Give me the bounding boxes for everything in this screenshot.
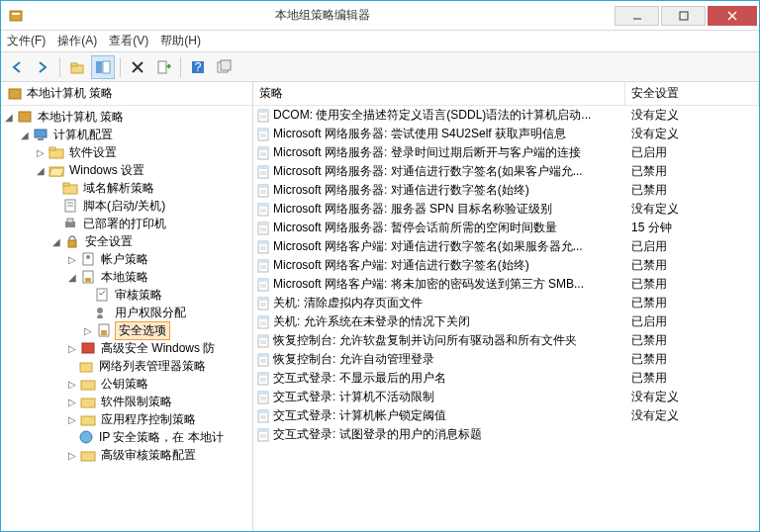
menu-action[interactable]: 操作(A) (57, 33, 97, 49)
policy-row[interactable]: Microsoft 网络客户端: 对通信进行数字签名(如果服务器允...已启用 (253, 237, 759, 256)
policy-setting: 已启用 (625, 144, 759, 161)
expand-icon[interactable]: ▷ (35, 146, 47, 158)
svg-rect-9 (103, 61, 110, 73)
tree-security-settings[interactable]: ◢ 安全设置 (1, 232, 252, 250)
policy-item-icon (253, 108, 273, 124)
close-button[interactable] (708, 6, 757, 26)
tree-deployed-printers[interactable]: 已部署的打印机 (1, 215, 252, 232)
folder-icon (48, 144, 64, 160)
tree-local-policies[interactable]: ◢ 本地策略 (1, 268, 252, 286)
tree-public-key[interactable]: ▷ 公钥策略 (1, 375, 252, 393)
tree-label: 安全设置 (83, 233, 135, 250)
expand-icon[interactable]: ▷ (66, 253, 78, 265)
tree-label: IP 安全策略，在 本地计 (97, 429, 226, 446)
policy-name: Microsoft 网络服务器: 对通信进行数字签名(如果客户端允... (273, 163, 625, 180)
collapse-icon[interactable]: ◢ (50, 235, 62, 247)
policy-row[interactable]: Microsoft 网络服务器: 尝试使用 S4U2Self 获取声明信息没有定… (253, 125, 759, 143)
refresh-button[interactable] (212, 55, 236, 79)
policy-name: Microsoft 网络客户端: 对通信进行数字签名(如果服务器允... (273, 238, 625, 255)
policy-row[interactable]: Microsoft 网络客户端: 将未加密的密码发送到第三方 SMB...已禁用 (253, 275, 759, 294)
menu-file[interactable]: 文件(F) (7, 33, 46, 49)
up-button[interactable] (65, 55, 89, 79)
expand-icon[interactable]: ▷ (66, 396, 78, 407)
expand-icon[interactable]: ▷ (66, 378, 78, 390)
tree-scripts[interactable]: 脚本(启动/关机) (1, 197, 252, 215)
policy-name: Microsoft 网络服务器: 登录时间过期后断开与客户端的连接 (273, 144, 625, 161)
tree-user-rights[interactable]: 用户权限分配 (1, 304, 252, 321)
tree-security-options[interactable]: ▷ 安全选项 (1, 321, 252, 339)
collapse-icon[interactable]: ◢ (3, 111, 15, 123)
tree-computer-config[interactable]: ◢ 计算机配置 (1, 126, 252, 143)
policy-row[interactable]: Microsoft 网络服务器: 对通信进行数字签名(如果客户端允...已禁用 (253, 162, 759, 181)
policy-row[interactable]: 交互式登录: 试图登录的用户的消息标题 (253, 425, 759, 444)
svg-rect-56 (258, 147, 268, 150)
tree-root[interactable]: ◢ 本地计算机 策略 (1, 108, 252, 126)
tree-windows-firewall[interactable]: ▷ 高级安全 Windows 防 (1, 339, 252, 357)
list-body[interactable]: DCOM: 使用安全描述符定义语言(SDDL)语法的计算机启动...没有定义Mi… (253, 106, 759, 531)
tree-software-settings[interactable]: ▷ 软件设置 (1, 143, 252, 161)
policy-item-icon (253, 371, 273, 387)
svg-rect-39 (101, 330, 107, 335)
policy-row[interactable]: 交互式登录: 不显示最后的用户名已禁用 (253, 369, 759, 388)
tree-header[interactable]: 本地计算机 策略 (1, 82, 252, 106)
policy-row[interactable]: 交互式登录: 计算机不活动限制没有定义 (253, 388, 759, 406)
printer-icon (62, 216, 78, 231)
policy-name: Microsoft 网络服务器: 服务器 SPN 目标名称验证级别 (273, 201, 625, 218)
policy-name: 恢复控制台: 允许软盘复制并访问所有驱动器和所有文件夹 (273, 332, 625, 349)
svg-rect-43 (81, 399, 95, 407)
tree-network-list[interactable]: 网络列表管理器策略 (1, 357, 252, 375)
tree-app-control[interactable]: ▷ 应用程序控制策略 (1, 410, 252, 428)
policy-setting: 没有定义 (625, 126, 759, 142)
column-setting[interactable]: 安全设置 (625, 82, 759, 105)
policy-row[interactable]: DCOM: 使用安全描述符定义语言(SDDL)语法的计算机启动...没有定义 (253, 106, 759, 125)
delete-button[interactable] (126, 55, 149, 79)
network-icon (78, 358, 94, 374)
policy-row[interactable]: 关机: 清除虚拟内存页面文件已禁用 (253, 294, 759, 312)
policy-row[interactable]: 交互式登录: 计算机帐户锁定阈值没有定义 (253, 406, 759, 425)
folder-icon (80, 411, 96, 427)
column-policy[interactable]: 策略 (253, 82, 625, 105)
tree-name-resolution[interactable]: 域名解析策略 (1, 179, 252, 197)
expand-icon[interactable]: ▷ (82, 324, 94, 336)
expand-icon[interactable]: ▷ (66, 413, 78, 425)
collapse-icon[interactable]: ◢ (19, 129, 31, 140)
tree-body[interactable]: ◢ 本地计算机 策略 ◢ 计算机配置 ▷ 软件设置 ◢ Windows 设置 (1, 106, 252, 531)
svg-rect-8 (96, 61, 102, 73)
svg-rect-3 (680, 12, 688, 20)
tree-advanced-audit[interactable]: ▷ 高级审核策略配置 (1, 446, 252, 464)
tree-audit-policy[interactable]: 审核策略 (1, 286, 252, 304)
expand-icon[interactable]: ▷ (66, 449, 78, 461)
menu-help[interactable]: 帮助(H) (160, 33, 201, 49)
tree-ip-security[interactable]: IP 安全策略，在 本地计 (1, 428, 252, 446)
policy-row[interactable]: 关机: 允许系统在未登录的情况下关闭已启用 (253, 312, 759, 331)
tree-label: 软件设置 (67, 144, 119, 161)
forward-button[interactable] (31, 55, 54, 79)
policy-row[interactable]: 恢复控制台: 允许软盘复制并访问所有驱动器和所有文件夹已禁用 (253, 331, 759, 350)
collapse-icon[interactable]: ◢ (66, 271, 78, 283)
tree-windows-settings[interactable]: ◢ Windows 设置 (1, 161, 252, 179)
maximize-button[interactable] (661, 6, 706, 26)
menu-view[interactable]: 查看(V) (109, 33, 148, 49)
policy-row[interactable]: Microsoft 网络服务器: 暂停会话前所需的空闲时间数量15 分钟 (253, 219, 759, 237)
local-policy-icon (80, 269, 96, 285)
policy-setting: 已禁用 (625, 163, 759, 180)
policy-name: 关机: 清除虚拟内存页面文件 (273, 295, 625, 311)
tree-label: 高级安全 Windows 防 (99, 340, 217, 357)
tree-software-restriction[interactable]: ▷ 软件限制策略 (1, 393, 252, 410)
policy-name: Microsoft 网络服务器: 对通信进行数字签名(始终) (273, 182, 625, 199)
expand-icon[interactable]: ▷ (66, 342, 78, 354)
policy-row[interactable]: Microsoft 网络客户端: 对通信进行数字签名(始终)已禁用 (253, 256, 759, 275)
policy-row[interactable]: Microsoft 网络服务器: 对通信进行数字签名(始终)已禁用 (253, 181, 759, 200)
minimize-button[interactable] (615, 6, 659, 26)
folder-icon (80, 447, 96, 463)
tree-account-policies[interactable]: ▷ 帐户策略 (1, 250, 252, 268)
policy-row[interactable]: 恢复控制台: 允许自动管理登录已禁用 (253, 350, 759, 369)
collapse-icon[interactable]: ◢ (35, 164, 47, 176)
show-hide-tree-button[interactable] (91, 55, 115, 79)
policy-row[interactable]: Microsoft 网络服务器: 服务器 SPN 目标名称验证级别没有定义 (253, 200, 759, 219)
export-button[interactable] (151, 55, 175, 79)
back-button[interactable] (5, 55, 29, 79)
help-button[interactable]: ? (186, 55, 210, 79)
policy-row[interactable]: Microsoft 网络服务器: 登录时间过期后断开与客户端的连接已启用 (253, 143, 759, 162)
tree-label-selected: 安全选项 (115, 321, 170, 340)
